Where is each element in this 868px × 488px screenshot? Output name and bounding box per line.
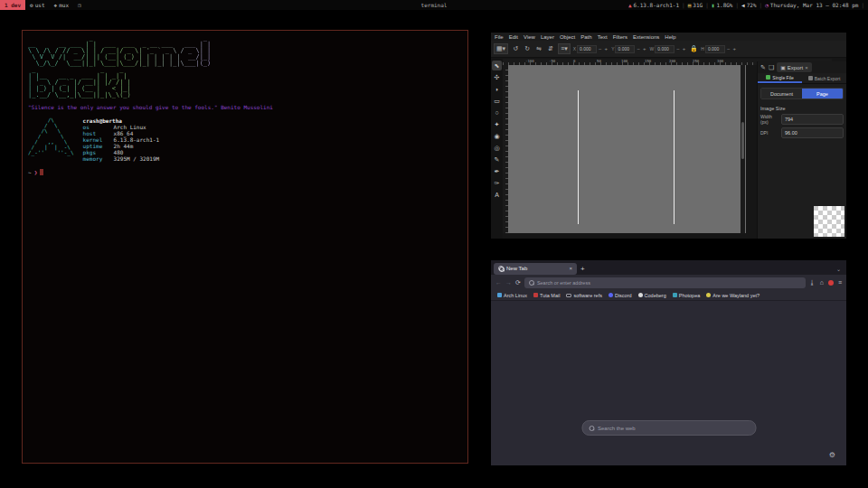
bookmark-codeberg[interactable]: Codeberg: [638, 293, 666, 298]
selection-mode-dropdown[interactable]: ▦▾: [494, 43, 508, 54]
folder-icon: [566, 294, 571, 297]
w-input[interactable]: 0.000: [655, 45, 675, 53]
back-button[interactable]: ←: [495, 279, 502, 286]
bookmark-are-we-wayland-yet[interactable]: Are we Wayland yet?: [706, 293, 760, 298]
align-dropdown[interactable]: ≡▾: [558, 43, 571, 54]
bookmark-label: Are we Wayland yet?: [712, 293, 760, 298]
x-input[interactable]: 0.000: [577, 45, 597, 53]
flip-horizontal-icon[interactable]: ⇋: [534, 43, 543, 54]
export-tab[interactable]: ▣ Export ×: [777, 62, 812, 72]
w-minus-button[interactable]: −: [675, 46, 681, 52]
shell-prompt[interactable]: ~ ❯: [28, 169, 462, 175]
shape-builder-tool-icon[interactable]: ◗: [492, 84, 502, 94]
y-minus-button[interactable]: −: [636, 46, 641, 52]
fetch-label: uptime: [83, 143, 114, 149]
rotate-ccw-icon[interactable]: ↺: [511, 43, 520, 54]
scrollbar-thumb[interactable]: [741, 122, 744, 159]
spiral-tool-icon[interactable]: ◎: [492, 143, 502, 153]
menu-object[interactable]: Object: [560, 34, 575, 40]
fetch-row-host: host x86_64: [83, 130, 160, 136]
arch-linux-favicon: [497, 293, 502, 297]
h-plus-button[interactable]: +: [731, 46, 737, 52]
bookmark-tuta-mail[interactable]: Tuta Mail: [533, 293, 560, 298]
w-plus-button[interactable]: +: [682, 46, 687, 52]
web-search-input[interactable]: Search the web: [581, 420, 756, 436]
status-modules: ▲ 6.13.8-arch1-1 | ▤ 31G | ▮ 1.8G% | ◀ 7…: [628, 2, 868, 8]
batch-export-tab[interactable]: Batch Export: [802, 73, 846, 83]
bookmark-arch-linux[interactable]: Arch Linux: [497, 293, 527, 298]
fetch-value: 480: [114, 149, 124, 155]
star-tool-icon[interactable]: ✦: [492, 119, 502, 129]
new-tab-button[interactable]: +: [580, 265, 585, 273]
downloads-icon[interactable]: ⭳: [809, 279, 816, 286]
calligraphy-tool-icon[interactable]: ✑: [492, 178, 502, 188]
close-icon[interactable]: ×: [805, 65, 808, 70]
box3d-tool-icon[interactable]: ◉: [492, 131, 502, 141]
x-minus-button[interactable]: −: [598, 46, 603, 52]
reload-button[interactable]: ⟳: [515, 279, 521, 286]
menu-icon[interactable]: ≡: [838, 279, 842, 286]
tab-list-chevron-icon[interactable]: ⌄: [836, 266, 844, 272]
workspace-ust[interactable]: ⚙ ust: [25, 0, 49, 10]
bookmark-photopea[interactable]: Photopea: [673, 293, 701, 298]
ellipse-tool-icon[interactable]: ○: [492, 108, 502, 117]
terminal-window[interactable]: _ _ __ __ ___ | | ___ ___ _ __ ___ ___ |…: [22, 30, 468, 464]
personalize-gear-icon[interactable]: ⚙: [829, 451, 835, 459]
pencil-icon[interactable]: ✎: [760, 64, 766, 71]
menu-filters[interactable]: Filters: [613, 34, 627, 40]
document-option[interactable]: Document: [761, 89, 802, 99]
bookmark-folder-software-refs[interactable]: software refs: [566, 293, 601, 298]
flip-vertical-icon[interactable]: ⇵: [546, 43, 555, 54]
menu-view[interactable]: View: [524, 34, 535, 40]
bookmark-discord[interactable]: Discord: [609, 293, 632, 298]
canvas-vertical-scrollbar[interactable]: [741, 65, 745, 233]
close-tab-icon[interactable]: ×: [569, 266, 572, 271]
pen-tool-icon[interactable]: ✒: [492, 166, 502, 176]
y-plus-button[interactable]: +: [642, 46, 647, 52]
lock-ratio-icon[interactable]: 🔒: [689, 43, 698, 54]
dpi-input[interactable]: 96.00: [781, 127, 844, 138]
h-input[interactable]: 0.000: [705, 45, 725, 53]
menu-text[interactable]: Text: [598, 34, 608, 40]
bookmark-label: Tuta Mail: [540, 293, 560, 298]
menu-layer[interactable]: Layer: [541, 34, 554, 40]
single-file-tab[interactable]: Single File: [758, 73, 802, 83]
url-bar[interactable]: Search or enter address: [524, 277, 806, 288]
text-tool-icon[interactable]: A: [492, 190, 502, 200]
y-input[interactable]: 0.000: [615, 45, 635, 53]
fetch-label: kernel: [83, 136, 114, 143]
menu-extensions[interactable]: Extensions: [633, 34, 659, 40]
image-size-heading: Image Size: [758, 103, 846, 111]
inkscape-window[interactable]: File Edit View Layer Object Path Text Fi…: [491, 33, 846, 239]
extension-icon[interactable]: [828, 280, 834, 286]
discord-favicon: [609, 293, 613, 297]
drawing-canvas[interactable]: [508, 65, 746, 233]
menu-edit[interactable]: Edit: [509, 34, 518, 40]
menu-file[interactable]: File: [495, 34, 504, 40]
pencil-tool-icon[interactable]: ✎: [492, 155, 502, 164]
active-tab-new-tab[interactable]: New Tab ×: [494, 263, 577, 275]
layers-icon[interactable]: ❏: [769, 64, 774, 71]
node-tool-icon[interactable]: ✣: [492, 72, 502, 82]
home-icon[interactable]: ⌂: [820, 279, 824, 286]
rectangle-tool-icon[interactable]: ▭: [492, 96, 502, 106]
menu-help[interactable]: Help: [665, 34, 675, 40]
rotate-cw-icon[interactable]: ↻: [523, 43, 532, 54]
bookmark-label: Discord: [615, 293, 632, 298]
workspace-window[interactable]: ❐: [73, 0, 86, 10]
workspace-1-dev[interactable]: 1 dev: [0, 0, 25, 10]
h-minus-button[interactable]: −: [726, 46, 731, 52]
selector-tool-icon[interactable]: ⬉: [492, 61, 502, 70]
forward-button[interactable]: →: [505, 279, 512, 286]
menu-path[interactable]: Path: [580, 34, 591, 40]
x-plus-button[interactable]: +: [604, 46, 609, 52]
tab-bar: New Tab × + ⌄: [491, 260, 846, 275]
width-px-input[interactable]: 794: [781, 114, 844, 125]
ruler-tick: 150: [645, 59, 651, 63]
firefox-window[interactable]: New Tab × + ⌄ ← → ⟳ Search or enter addr…: [491, 260, 846, 465]
x-coordinate-field: X 0.000 − +: [573, 45, 609, 53]
search-icon: [529, 280, 534, 286]
page-option[interactable]: Page: [802, 89, 843, 99]
workspace-mux[interactable]: ❖ mux: [50, 0, 73, 10]
search-placeholder: Search the web: [598, 426, 636, 431]
